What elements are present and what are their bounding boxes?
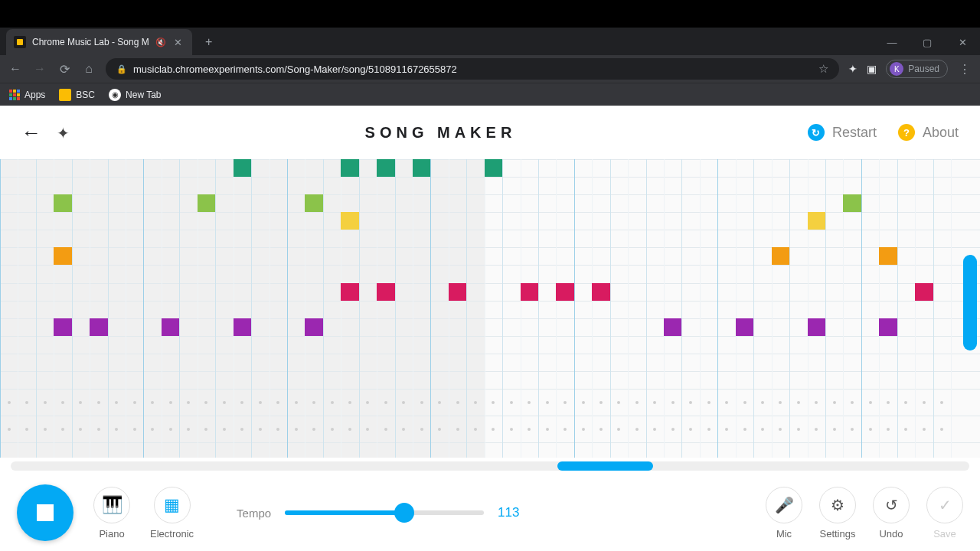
perc-cell[interactable] <box>528 401 531 404</box>
perc-cell[interactable] <box>707 428 710 431</box>
note-cell[interactable] <box>341 159 358 177</box>
perc-cell[interactable] <box>402 401 405 404</box>
perc-cell[interactable] <box>8 401 11 404</box>
note-cell[interactable] <box>485 159 502 177</box>
home-button[interactable]: ⌂ <box>81 62 96 76</box>
note-cell[interactable] <box>915 283 933 301</box>
perc-cell[interactable] <box>725 428 728 431</box>
back-button[interactable]: ← <box>8 62 23 76</box>
note-cell[interactable] <box>772 247 789 265</box>
perc-cell[interactable] <box>743 428 746 431</box>
perc-cell[interactable] <box>312 401 315 404</box>
note-cell[interactable] <box>413 159 430 177</box>
perc-cell[interactable] <box>743 401 746 404</box>
perc-cell[interactable] <box>564 401 567 404</box>
perc-cell[interactable] <box>869 401 872 404</box>
note-cell[interactable] <box>377 159 394 177</box>
perc-cell[interactable] <box>312 428 315 431</box>
perc-cell[interactable] <box>366 401 369 404</box>
close-window-icon[interactable]: ✕ <box>945 29 980 55</box>
perc-cell[interactable] <box>366 428 369 431</box>
note-cell[interactable] <box>90 318 107 336</box>
tempo-slider[interactable] <box>285 510 484 515</box>
perc-cell[interactable] <box>259 401 262 404</box>
note-cell[interactable] <box>54 318 71 336</box>
note-cell[interactable] <box>377 283 394 301</box>
settings-button[interactable]: ⚙ Settings <box>819 487 856 540</box>
perc-cell[interactable] <box>25 428 28 431</box>
perc-cell[interactable] <box>564 428 567 431</box>
note-cell[interactable] <box>592 283 609 301</box>
perc-cell[interactable] <box>169 428 172 431</box>
note-cell[interactable] <box>736 318 753 336</box>
perc-cell[interactable] <box>223 401 226 404</box>
perc-cell[interactable] <box>689 428 692 431</box>
perc-cell[interactable] <box>599 428 603 431</box>
perc-cell[interactable] <box>851 428 854 431</box>
perc-cell[interactable] <box>402 428 405 431</box>
perc-cell[interactable] <box>474 428 477 431</box>
perc-cell[interactable] <box>761 401 764 404</box>
perc-cell[interactable] <box>546 428 549 431</box>
perc-cell[interactable] <box>295 401 298 404</box>
perc-cell[interactable] <box>44 428 47 431</box>
app-back-button[interactable]: ← <box>21 121 41 145</box>
perc-cell[interactable] <box>223 428 226 431</box>
perc-cell[interactable] <box>635 401 639 404</box>
restart-button[interactable]: ↻ Restart <box>808 124 877 141</box>
bookmark-star-icon[interactable]: ☆ <box>818 62 828 76</box>
extensions-icon[interactable]: ✦ <box>848 63 858 75</box>
perc-cell[interactable] <box>904 428 907 431</box>
perc-cell[interactable] <box>815 401 818 404</box>
perc-cell[interactable] <box>276 401 279 404</box>
perc-cell[interactable] <box>151 401 154 404</box>
undo-button[interactable]: ↺ Undo <box>873 487 910 540</box>
perc-cell[interactable] <box>61 428 64 431</box>
perc-cell[interactable] <box>887 401 890 404</box>
perc-cell[interactable] <box>438 428 441 431</box>
perc-cell[interactable] <box>940 428 943 431</box>
instrument-perc-button[interactable]: ▦ Electronic <box>150 487 194 540</box>
note-cell[interactable] <box>54 194 71 212</box>
perc-cell[interactable] <box>510 428 513 431</box>
note-cell[interactable] <box>843 194 861 212</box>
perc-cell[interactable] <box>240 401 243 404</box>
fullscreen-icon[interactable] <box>57 124 74 141</box>
perc-cell[interactable] <box>44 401 47 404</box>
perc-cell[interactable] <box>779 401 782 404</box>
perc-cell[interactable] <box>115 401 118 404</box>
minimize-icon[interactable]: — <box>874 29 910 55</box>
perc-cell[interactable] <box>259 428 262 431</box>
perc-cell[interactable] <box>331 401 334 404</box>
tempo-slider-thumb[interactable] <box>394 503 414 523</box>
perc-cell[interactable] <box>815 428 818 431</box>
perc-cell[interactable] <box>653 428 656 431</box>
perc-cell[interactable] <box>438 401 441 404</box>
perc-cell[interactable] <box>940 401 943 404</box>
play-stop-button[interactable] <box>17 484 74 541</box>
note-cell[interactable] <box>808 212 825 230</box>
profile-chip[interactable]: K Paused <box>886 60 948 78</box>
note-cell[interactable] <box>449 283 466 301</box>
browser-tab[interactable]: Chrome Music Lab - Song M 🔇 ✕ <box>6 29 192 55</box>
perc-cell[interactable] <box>420 401 423 404</box>
perc-cell[interactable] <box>779 428 782 431</box>
perc-cell[interactable] <box>492 401 495 404</box>
perc-cell[interactable] <box>528 428 531 431</box>
perc-cell[interactable] <box>904 401 907 404</box>
note-cell[interactable] <box>341 212 358 230</box>
perc-cell[interactable] <box>761 428 764 431</box>
note-grid[interactable] <box>0 159 980 458</box>
perc-cell[interactable] <box>725 401 728 404</box>
perc-cell[interactable] <box>833 428 836 431</box>
perc-cell[interactable] <box>492 428 495 431</box>
perc-cell[interactable] <box>653 401 656 404</box>
perc-cell[interactable] <box>617 428 620 431</box>
perc-cell[interactable] <box>115 428 118 431</box>
perc-cell[interactable] <box>384 428 387 431</box>
perc-cell[interactable] <box>151 428 154 431</box>
perc-cell[interactable] <box>599 401 603 404</box>
note-cell[interactable] <box>234 318 251 336</box>
perc-cell[interactable] <box>169 401 172 404</box>
perc-cell[interactable] <box>797 401 800 404</box>
